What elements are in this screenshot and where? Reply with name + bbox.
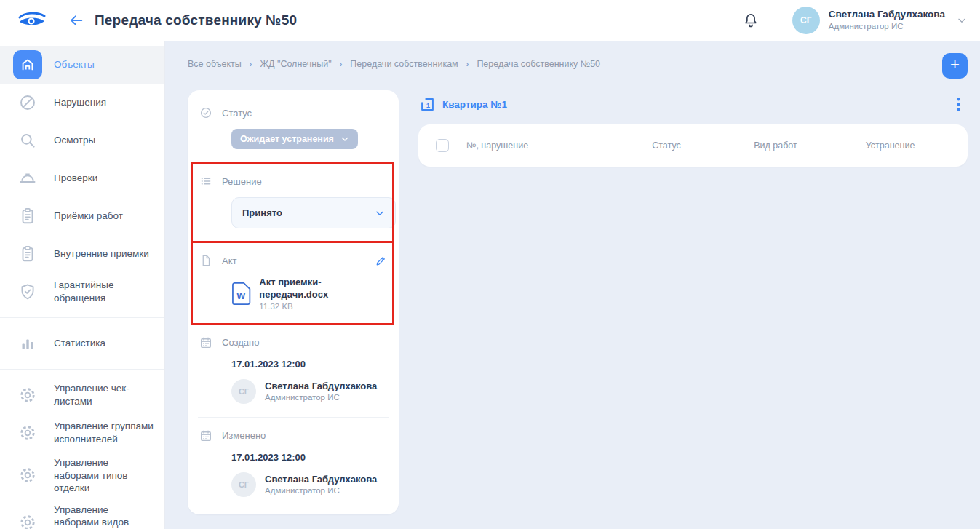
prohibition-icon (13, 88, 42, 117)
sidebar-item-label: Нарушения (54, 96, 106, 109)
sidebar-divider (0, 369, 164, 370)
sidebar-item-label: Гарантийные обращения (54, 279, 156, 304)
notifications-bell-icon[interactable] (743, 12, 759, 29)
sidebar: Объекты Нарушения Осмотры Проверки (0, 41, 165, 529)
modified-section: Изменено 17.01.2023 12:00 СГ Светлана Га… (188, 418, 399, 510)
details-card: Статус Ожидает устранения (188, 90, 399, 514)
check-circle-icon (199, 106, 212, 119)
sidebar-item-executor-groups-management[interactable]: Управление группами исполнителей (0, 414, 164, 452)
author-name: Светлана Габдулхакова (265, 381, 377, 393)
author-role: Администратор ИС (265, 393, 377, 402)
chevron-right-icon: › (466, 60, 469, 68)
sidebar-item-finish-types-management[interactable]: Управление наборами типов отделки (0, 452, 164, 499)
modified-author: СГ Светлана Габдулхакова Администратор И… (231, 472, 387, 497)
sidebar-item-inspections[interactable]: Осмотры (0, 122, 164, 159)
breadcrumb-row: Все объекты › ЖД "Солнечный" › Передачи … (188, 53, 968, 79)
list-icon (199, 175, 212, 188)
sidebar-item-checklists-management[interactable]: Управление чек-листами (0, 376, 164, 414)
arrow-left-icon (68, 12, 84, 28)
sidebar-item-statistics[interactable]: Статистика (0, 325, 164, 362)
select-all-checkbox[interactable] (436, 139, 449, 152)
modified-label: Изменено (222, 430, 266, 441)
violations-table-header: №, нарушение Статус Вид работ Устранение (418, 124, 968, 167)
file-icon (199, 254, 212, 267)
author-avatar: СГ (231, 472, 256, 497)
status-label: Статус (222, 108, 252, 119)
apartment-icon: 1 (420, 97, 435, 112)
edit-pencil-icon[interactable] (375, 255, 387, 267)
bar-chart-icon (13, 329, 42, 358)
eye-icon (17, 11, 47, 30)
author-avatar: СГ (231, 379, 256, 404)
user-role: Администратор ИС (829, 21, 945, 31)
act-section: Акт W (188, 242, 399, 324)
kebab-menu-icon[interactable] (952, 95, 965, 114)
add-button[interactable]: + (942, 53, 968, 79)
user-name: Светлана Габдулхакова (829, 9, 945, 21)
user-menu[interactable]: СГ Светлана Габдулхакова Администратор И… (792, 7, 945, 34)
gear-icon (13, 418, 42, 448)
act-file[interactable]: W Акт приемки-передачи.docx 11.32 KB (231, 277, 387, 311)
clipboard-icon (13, 202, 42, 231)
author-role: Администратор ИС (265, 486, 377, 495)
calendar-icon (199, 336, 212, 349)
sidebar-item-work-acceptances[interactable]: Приёмки работ (0, 197, 164, 235)
shell: Объекты Нарушения Осмотры Проверки (0, 41, 980, 529)
user-avatar: СГ (792, 7, 820, 34)
calendar-icon (199, 429, 212, 442)
decision-select[interactable]: Принято (231, 197, 396, 228)
sidebar-item-violations[interactable]: Нарушения (0, 84, 164, 122)
file-size: 11.32 KB (259, 302, 387, 311)
apartment-title: Квартира №1 (442, 99, 507, 110)
sidebar-item-internal-acceptances[interactable]: Внутренние приемки (0, 235, 164, 273)
decision-section: Решение Принято (188, 163, 399, 242)
sidebar-item-objects[interactable]: Объекты (0, 46, 164, 84)
breadcrumb-item-current: Передача собственнику №50 (477, 59, 600, 69)
shield-check-icon (13, 277, 42, 306)
column-header-violation: №, нарушение (466, 140, 612, 151)
author-name: Светлана Габдулхакова (265, 474, 377, 486)
app-logo eye-icon[interactable] (17, 11, 48, 30)
chevron-right-icon: › (340, 60, 343, 68)
act-label: Акт (222, 255, 236, 266)
apartment-header: 1 Квартира №1 (418, 90, 968, 124)
created-date: 17.01.2023 12:00 (231, 359, 387, 370)
created-section: Создано 17.01.2023 12:00 СГ Светлана Габ… (188, 325, 399, 417)
breadcrumb-item-building[interactable]: ЖД "Солнечный" (260, 59, 331, 69)
user-info: Светлана Габдулхакова Администратор ИС (829, 9, 945, 31)
sidebar-item-work-kinds-management[interactable]: Управление наборами видов работ (0, 499, 164, 529)
gear-icon (13, 508, 42, 529)
building-icon (13, 50, 42, 79)
breadcrumb-item-all-objects[interactable]: Все объекты (188, 59, 242, 69)
gear-icon (13, 461, 42, 490)
chevron-down-icon[interactable] (957, 15, 967, 25)
sidebar-item-label: Управление наборами видов работ (54, 504, 156, 529)
sidebar-item-label: Осмотры (54, 134, 95, 147)
word-file-icon: W (231, 282, 251, 306)
app-root: Передача собственнику №50 СГ Светлана Га… (0, 0, 980, 529)
content-columns: Статус Ожидает устранения (188, 90, 968, 514)
helmet-icon (13, 164, 42, 193)
sidebar-item-label: Управление чек-листами (54, 382, 156, 407)
apartment-panel: 1 Квартира №1 №, нарушение Статус Вид ра… (418, 90, 968, 167)
status-dropdown[interactable]: Ожидает устранения (231, 129, 358, 149)
main-content: Все объекты › ЖД "Солнечный" › Передачи … (165, 41, 980, 529)
sidebar-item-label: Управление группами исполнителей (54, 420, 156, 445)
breadcrumb-item-transfers[interactable]: Передачи собственникам (350, 59, 458, 69)
column-header-status: Статус (612, 140, 721, 151)
back-button[interactable] (68, 12, 84, 28)
svg-text:W: W (236, 291, 245, 301)
sidebar-item-warranty[interactable]: Гарантийные обращения (0, 273, 164, 311)
top-bar: Передача собственнику №50 СГ Светлана Га… (0, 0, 980, 41)
chevron-right-icon: › (250, 60, 252, 68)
status-section: Статус Ожидает устранения (188, 95, 399, 162)
gear-icon (13, 381, 42, 410)
status-value: Ожидает устранения (240, 134, 334, 144)
decision-value: Принято (242, 207, 282, 218)
sidebar-item-label: Внутренние приемки (54, 247, 149, 260)
created-label: Создано (222, 337, 259, 348)
sidebar-item-checks[interactable]: Проверки (0, 159, 164, 197)
svg-text:1: 1 (426, 101, 431, 109)
modified-date: 17.01.2023 12:00 (231, 452, 387, 463)
chevron-down-icon (340, 135, 349, 143)
